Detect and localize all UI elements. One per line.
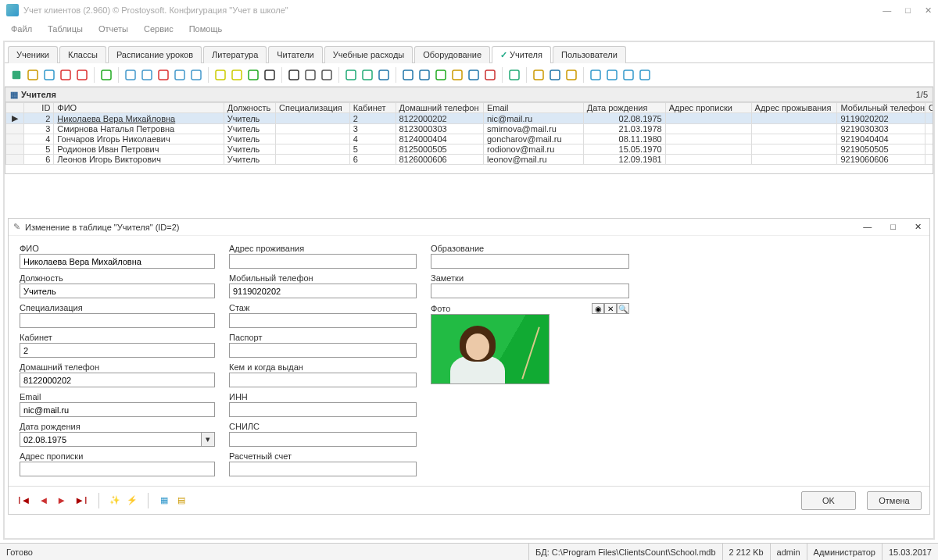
table-row[interactable]: 4Гончаров Игорь НиколаевичУчитель4812400… — [6, 134, 934, 144]
col-header[interactable]: Должность — [224, 103, 275, 113]
col-header[interactable]: Адрес прожывания — [751, 103, 837, 113]
input-stazh[interactable] — [229, 313, 417, 328]
chart-icon[interactable] — [483, 68, 497, 82]
star-icon[interactable] — [213, 68, 227, 82]
delete-icon[interactable] — [59, 68, 73, 82]
copy-icon[interactable] — [42, 68, 56, 82]
tab-Ученики[interactable]: Ученики — [8, 46, 58, 63]
tpl3-icon[interactable] — [564, 68, 578, 82]
filter-arrow-icon[interactable] — [189, 68, 203, 82]
ok-button[interactable]: OK — [801, 491, 856, 510]
preview-icon[interactable] — [320, 68, 334, 82]
nav-prev-button[interactable]: ◄ — [37, 494, 50, 506]
tpl1-icon[interactable] — [532, 68, 546, 82]
panel-minimize-button[interactable]: — — [860, 222, 875, 232]
table-row[interactable]: 3Смирнова Наталья ПетровнаУчитель3812300… — [6, 124, 934, 134]
sql-icon[interactable] — [263, 68, 277, 82]
photo-zoom-button[interactable]: 🔍 — [617, 303, 629, 314]
bookmark-icon[interactable] — [246, 68, 260, 82]
table-edit-icon[interactable] — [450, 68, 464, 82]
wizard-icon[interactable]: ✨ — [109, 494, 121, 507]
table-add-icon[interactable] — [434, 68, 448, 82]
close-button[interactable]: ✕ — [925, 5, 932, 16]
col-header[interactable]: Домашний телефон — [396, 103, 483, 113]
col-header[interactable]: Кабинет — [349, 103, 396, 113]
menu-помощь[interactable]: Помощь — [183, 23, 229, 35]
panel-maximize-button[interactable]: □ — [887, 222, 899, 232]
next-icon[interactable] — [621, 68, 635, 82]
export-icon[interactable] — [344, 68, 358, 82]
menu-отчеты[interactable]: Отчеты — [92, 23, 134, 35]
nav-last-button[interactable]: ►I — [73, 494, 88, 506]
nav-first-button[interactable]: I◄ — [16, 494, 32, 506]
filter-cart-icon[interactable] — [173, 68, 187, 82]
input-tel[interactable] — [20, 373, 215, 387]
input-spec[interactable] — [20, 313, 215, 328]
input-kab[interactable] — [20, 343, 215, 358]
input-acct[interactable] — [229, 462, 417, 476]
filter-red-icon[interactable] — [156, 68, 170, 82]
input-addr-reg[interactable] — [20, 462, 215, 476]
filter-icon[interactable] — [124, 68, 138, 82]
form-icon[interactable] — [507, 68, 521, 82]
maximize-button[interactable]: □ — [905, 5, 911, 16]
find-icon[interactable] — [287, 68, 301, 82]
col-header[interactable]: ID — [24, 103, 54, 113]
input-issued[interactable] — [229, 373, 417, 387]
filter-clear-icon[interactable] — [140, 68, 154, 82]
input-addr-live[interactable] — [229, 254, 417, 269]
col-header[interactable]: ФИО — [54, 103, 224, 113]
form-template-icon[interactable]: ▦ — [158, 494, 170, 507]
col-header[interactable]: Email — [483, 103, 583, 113]
dob-dropdown-button[interactable]: ▾ — [201, 433, 214, 446]
col-header[interactable]: Адрес прописки — [665, 103, 751, 113]
input-passport[interactable] — [229, 343, 417, 358]
delete-multi-icon[interactable] — [75, 68, 89, 82]
tab-Учебные расходы[interactable]: Учебные расходы — [324, 46, 413, 63]
new-icon[interactable] — [9, 68, 23, 82]
input-snils[interactable] — [229, 432, 417, 447]
col-header[interactable]: Стаж — [925, 103, 933, 113]
first-icon[interactable] — [589, 68, 603, 82]
last-icon[interactable] — [638, 68, 652, 82]
col-header[interactable]: Специализация — [276, 103, 350, 113]
input-fio[interactable] — [20, 254, 215, 269]
minimize-button[interactable]: — — [883, 5, 891, 16]
print-icon[interactable] — [303, 68, 317, 82]
input-dob[interactable] — [20, 432, 215, 447]
cancel-button[interactable]: Отмена — [867, 491, 922, 510]
tab-Читатели[interactable]: Читатели — [268, 46, 323, 63]
input-inn[interactable] — [229, 402, 417, 417]
menu-файл[interactable]: Файл — [5, 23, 38, 35]
input-pos[interactable] — [20, 284, 215, 298]
tab-Пользователи[interactable]: Пользователи — [553, 46, 626, 63]
tab-Расписание уроков[interactable]: Расписание уроков — [108, 46, 202, 63]
prev-icon[interactable] — [605, 68, 619, 82]
input-mob[interactable] — [229, 284, 417, 298]
nav-next-button[interactable]: ► — [55, 494, 68, 506]
menu-таблицы[interactable]: Таблицы — [41, 23, 89, 35]
photo-clear-button[interactable]: ✕ — [604, 303, 617, 314]
star2-icon[interactable] — [230, 68, 244, 82]
tab-Классы[interactable]: Классы — [59, 46, 106, 63]
table-mix-icon[interactable] — [467, 68, 481, 82]
col-header[interactable]: Мобильный телефон — [837, 103, 925, 113]
import-icon[interactable] — [377, 68, 391, 82]
table-row[interactable]: ▶2Николаева Вера МихайловнаУчитель281220… — [6, 113, 934, 124]
tab-Литература[interactable]: Литература — [203, 46, 267, 63]
input-notes[interactable] — [431, 284, 629, 298]
panel-close-button[interactable]: ✕ — [911, 222, 925, 232]
export2-icon[interactable] — [360, 68, 374, 82]
table-icon[interactable] — [401, 68, 415, 82]
edit-icon[interactable] — [26, 68, 40, 82]
table-row[interactable]: 5Родионов Иван ПетровичУчитель5812500050… — [6, 144, 934, 155]
table2-icon[interactable] — [417, 68, 431, 82]
table-row[interactable]: 6Леонов Игорь ВикторовичУчитель681260006… — [6, 155, 934, 165]
input-edu[interactable] — [431, 254, 629, 269]
data-grid[interactable]: IDФИОДолжностьСпециализацияКабинетДомашн… — [5, 102, 933, 174]
menu-сервис[interactable]: Сервис — [138, 23, 180, 35]
tpl2-icon[interactable] — [548, 68, 562, 82]
col-header[interactable] — [6, 103, 24, 113]
tab-Оборудование[interactable]: Оборудование — [414, 46, 490, 63]
input-email[interactable] — [20, 402, 215, 417]
